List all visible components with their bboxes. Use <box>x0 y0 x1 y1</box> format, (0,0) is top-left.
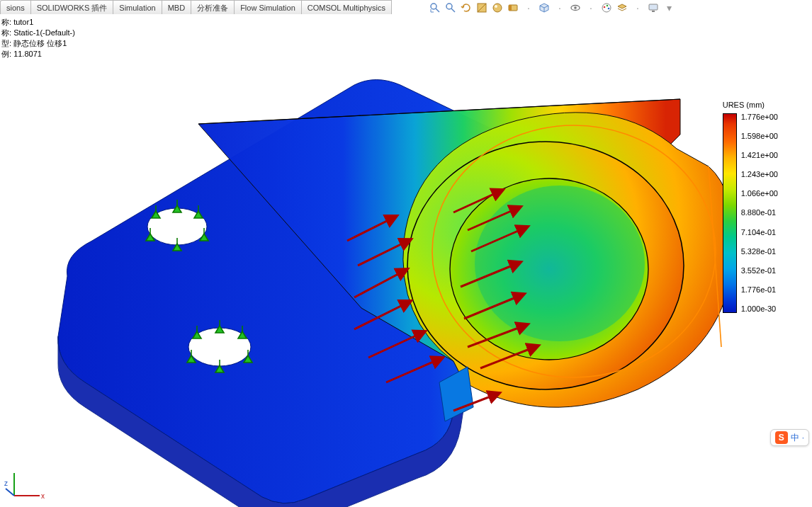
svg-point-2 <box>446 4 452 9</box>
svg-line-3 <box>451 8 455 12</box>
legend-ticks: 1.776e+00 1.598e+00 1.421e+00 1.243e+00 … <box>741 113 778 313</box>
svg-point-7 <box>495 5 497 8</box>
legend-tick: 8.880e-01 <box>741 209 778 217</box>
orientation-triad[interactable]: x z <box>4 467 47 501</box>
palette-icon[interactable] <box>600 1 613 14</box>
tab-addins[interactable]: sions <box>0 0 31 14</box>
legend-tick: 3.552e-01 <box>741 267 778 275</box>
color-legend: URES (mm) 1.776e+00 1.598e+00 1.421e+00 … <box>723 101 778 313</box>
view-toolbar: · · · · ▾ <box>429 1 675 14</box>
fea-cylinder <box>403 113 734 421</box>
axis-z-label: z <box>4 479 8 487</box>
svg-point-15 <box>608 8 610 10</box>
ime-indicator[interactable]: S 中 · <box>770 429 809 446</box>
rotate-icon[interactable] <box>460 1 473 14</box>
svg-point-11 <box>574 6 577 9</box>
svg-rect-17 <box>652 11 655 12</box>
eye-icon[interactable] <box>569 1 582 14</box>
sogou-logo-icon: S <box>775 431 788 444</box>
legend-title: URES (mm) <box>723 101 778 109</box>
legend-tick: 1.776e+00 <box>741 113 778 121</box>
svg-line-1 <box>436 8 439 12</box>
ime-language-label: 中 <box>791 432 799 444</box>
svg-point-0 <box>431 4 436 9</box>
toolbar-separator: · <box>522 1 535 14</box>
graphics-viewport[interactable] <box>0 14 812 507</box>
svg-point-6 <box>493 4 502 12</box>
svg-rect-16 <box>649 4 658 10</box>
monitor-icon[interactable] <box>647 1 660 14</box>
cube-icon[interactable] <box>538 1 551 14</box>
toolbar-separator: · <box>631 1 644 14</box>
legend-tick: 1.243e+00 <box>741 171 778 178</box>
layers-icon[interactable] <box>616 1 628 14</box>
dropdown-caret-icon[interactable]: ▾ <box>662 1 675 14</box>
svg-point-12 <box>602 4 611 12</box>
legend-color-bar <box>723 113 737 313</box>
appearance-icon[interactable] <box>491 1 504 14</box>
axis-x-label: x <box>41 492 45 500</box>
tab-flow-simulation[interactable]: Flow Simulation <box>234 0 302 14</box>
legend-tick: 1.000e-30 <box>741 305 778 313</box>
toolbar-separator: · <box>585 1 597 14</box>
tab-solidworks-addins[interactable]: SOLIDWORKS 插件 <box>30 0 114 14</box>
legend-tick: 1.066e+00 <box>741 190 778 198</box>
display-style-icon[interactable] <box>507 1 519 14</box>
svg-line-52 <box>6 489 14 496</box>
toolbar-separator: · <box>553 1 566 14</box>
zoom-fit-icon[interactable] <box>429 1 441 14</box>
legend-tick: 1.598e+00 <box>741 132 778 140</box>
legend-tick: 1.421e+00 <box>741 152 778 159</box>
legend-tick: 7.104e-01 <box>741 229 778 237</box>
tab-comsol[interactable]: COMSOL Multiphysics <box>301 0 392 14</box>
legend-tick: 1.776e-01 <box>741 286 778 294</box>
zoom-area-icon[interactable] <box>444 1 457 14</box>
section-icon[interactable] <box>475 1 488 14</box>
ime-dot: · <box>802 433 804 443</box>
legend-tick: 5.328e-01 <box>741 248 778 256</box>
svg-point-13 <box>604 6 606 8</box>
svg-point-14 <box>607 5 609 7</box>
tab-simulation[interactable]: Simulation <box>113 0 162 14</box>
tab-analysis-prep[interactable]: 分析准备 <box>191 0 235 14</box>
command-tab-bar: sions SOLIDWORKS 插件 Simulation MBD 分析准备 … <box>0 0 368 14</box>
tab-mbd[interactable]: MBD <box>162 0 191 14</box>
svg-point-22 <box>475 186 645 341</box>
svg-rect-9 <box>509 5 512 11</box>
